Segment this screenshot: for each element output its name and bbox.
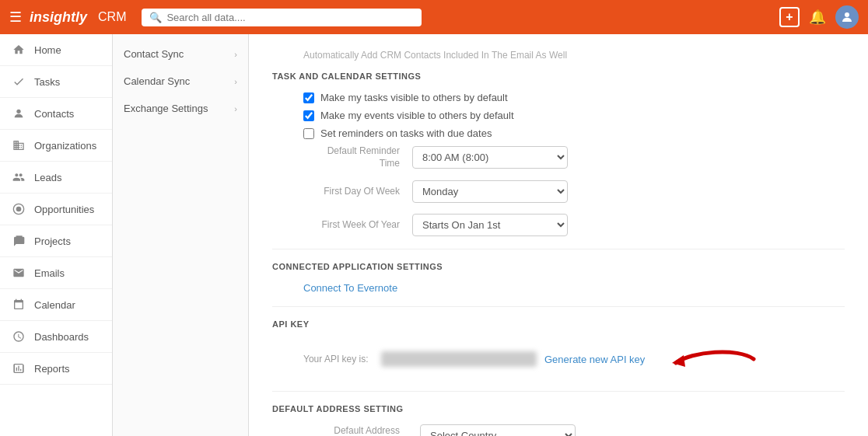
sidebar-item-home[interactable]: Home bbox=[0, 34, 112, 66]
reminder-time-row: Default ReminderTime 8:00 AM (8:00) 9:00… bbox=[303, 145, 845, 169]
checkbox-tasks-visible-label: Make my tasks visible to others by defau… bbox=[320, 92, 508, 103]
checkbox-row-3: Set reminders on tasks with due dates bbox=[303, 127, 845, 139]
sidebar-item-dashboards[interactable]: Dashboards bbox=[0, 321, 112, 353]
sidebar-item-contacts[interactable]: Contacts bbox=[0, 98, 112, 130]
add-button[interactable]: + bbox=[779, 7, 800, 27]
content-area: Automatically Add CRM Contacts Included … bbox=[249, 34, 868, 436]
tasks-icon bbox=[11, 74, 26, 89]
default-address-label: Default Address Country bbox=[303, 425, 412, 436]
sidebar-item-tasks[interactable]: Tasks bbox=[0, 66, 112, 98]
reminder-time-select[interactable]: 8:00 AM (8:00) 9:00 AM (9:00) bbox=[412, 146, 568, 169]
sidebar-item-reports[interactable]: Reports bbox=[0, 353, 112, 385]
api-key-row: Your API key is: Generate new API key bbox=[303, 340, 845, 378]
sidebar-label-organizations: Organizations bbox=[34, 140, 96, 152]
default-address-section-title: DEFAULT ADDRESS SETTING bbox=[272, 404, 845, 413]
sidebar-label-leads: Leads bbox=[34, 172, 61, 183]
sub-sidebar-contact-sync[interactable]: Contact Sync › bbox=[113, 40, 248, 68]
header: ☰ insightly CRM 🔍 + 🔔 bbox=[0, 0, 868, 34]
contacts-icon bbox=[11, 106, 26, 121]
svg-point-3 bbox=[16, 207, 22, 212]
sidebar-item-calendar[interactable]: Calendar bbox=[0, 289, 112, 321]
first-day-row: First Day Of Week Monday Sunday bbox=[303, 180, 845, 203]
sidebar-label-opportunities: Opportunities bbox=[34, 204, 94, 215]
connect-evernote-link[interactable]: Connect To Evernote bbox=[303, 282, 397, 294]
search-input[interactable] bbox=[166, 12, 414, 23]
chevron-right-icon: › bbox=[234, 77, 237, 86]
home-icon bbox=[11, 42, 26, 58]
sidebar-label-tasks: Tasks bbox=[34, 76, 60, 88]
default-address-select[interactable]: Select Country... United States United K… bbox=[420, 424, 576, 436]
api-key-section-title: API KEY bbox=[272, 319, 845, 329]
api-key-value bbox=[381, 351, 537, 367]
sub-sidebar-exchange-settings[interactable]: Exchange Settings › bbox=[113, 95, 248, 122]
checkbox-reminders[interactable] bbox=[303, 128, 314, 139]
checkbox-tasks-visible[interactable] bbox=[303, 92, 314, 103]
connected-app-section-title: CONNECTED APPLICATION SETTINGS bbox=[272, 262, 845, 271]
generate-api-key-link[interactable]: Generate new API key bbox=[544, 354, 645, 365]
sub-sidebar-calendar-sync[interactable]: Calendar Sync › bbox=[113, 68, 248, 95]
sub-sidebar: Contact Sync › Calendar Sync › Exchange … bbox=[113, 34, 249, 436]
sidebar-item-projects[interactable]: Projects bbox=[0, 225, 112, 257]
first-day-label: First Day Of Week bbox=[303, 186, 412, 198]
sidebar-label-projects: Projects bbox=[34, 235, 71, 247]
divider-3 bbox=[272, 391, 845, 392]
calendar-icon bbox=[11, 297, 26, 312]
connect-evernote-section: Connect To Evernote bbox=[303, 282, 845, 294]
first-day-select[interactable]: Monday Sunday bbox=[412, 180, 568, 203]
organizations-icon bbox=[11, 138, 26, 153]
checkbox-events-visible[interactable] bbox=[303, 110, 314, 121]
partial-top-text: Automatically Add CRM Contacts Included … bbox=[303, 50, 845, 61]
app-name: CRM bbox=[98, 10, 126, 24]
divider-1 bbox=[272, 249, 845, 249]
search-bar[interactable]: 🔍 bbox=[142, 9, 422, 26]
checkbox-reminders-label: Set reminders on tasks with due dates bbox=[320, 127, 492, 139]
sidebar: Home Tasks Contacts Organizations Leads bbox=[0, 34, 113, 436]
logo: insightly bbox=[30, 9, 87, 26]
header-actions: + 🔔 bbox=[779, 5, 859, 29]
sidebar-label-home: Home bbox=[34, 44, 61, 56]
sidebar-item-organizations[interactable]: Organizations bbox=[0, 130, 112, 162]
leads-icon bbox=[11, 169, 26, 185]
sidebar-label-dashboards: Dashboards bbox=[34, 331, 89, 343]
dashboards-icon bbox=[11, 329, 26, 344]
sidebar-item-leads[interactable]: Leads bbox=[0, 162, 112, 194]
chevron-right-icon: › bbox=[234, 50, 237, 59]
reminder-time-label: Default ReminderTime bbox=[303, 145, 412, 169]
first-week-row: First Week Of Year Starts On Jan 1st Fir… bbox=[303, 214, 845, 236]
main-container: Home Tasks Contacts Organizations Leads bbox=[0, 34, 868, 436]
plus-icon: + bbox=[786, 10, 793, 24]
task-calendar-section-title: TASK AND CALENDAR SETTINGS bbox=[272, 72, 845, 81]
avatar[interactable] bbox=[835, 5, 859, 29]
bell-icon[interactable]: 🔔 bbox=[809, 9, 826, 26]
sidebar-label-reports: Reports bbox=[34, 363, 70, 375]
divider-2 bbox=[272, 306, 845, 307]
api-key-label: Your API key is: bbox=[303, 354, 373, 364]
sub-sidebar-label-calendar-sync: Calendar Sync bbox=[124, 75, 190, 87]
projects-icon bbox=[11, 233, 26, 249]
sidebar-item-emails[interactable]: Emails bbox=[0, 257, 112, 289]
red-arrow-annotation bbox=[668, 340, 761, 378]
first-week-select[interactable]: Starts On Jan 1st First Full Week bbox=[412, 214, 568, 236]
sub-sidebar-label-contact-sync: Contact Sync bbox=[124, 48, 184, 60]
sidebar-item-opportunities[interactable]: Opportunities bbox=[0, 194, 112, 225]
menu-icon[interactable]: ☰ bbox=[9, 9, 22, 26]
red-arrow-svg bbox=[668, 340, 761, 378]
opportunities-icon bbox=[11, 201, 26, 217]
default-address-row: Default Address Country Select Country..… bbox=[303, 424, 845, 436]
sidebar-label-contacts: Contacts bbox=[34, 108, 74, 120]
first-week-label: First Week Of Year bbox=[303, 219, 412, 232]
sub-sidebar-label-exchange-settings: Exchange Settings bbox=[124, 103, 208, 114]
checkbox-row-1: Make my tasks visible to others by defau… bbox=[303, 92, 845, 103]
chevron-right-icon: › bbox=[234, 104, 237, 113]
checkbox-row-2: Make my events visible to others by defa… bbox=[303, 110, 845, 121]
svg-marker-4 bbox=[672, 355, 685, 367]
emails-icon bbox=[11, 265, 26, 281]
svg-point-1 bbox=[16, 110, 20, 113]
search-icon: 🔍 bbox=[149, 12, 162, 23]
checkbox-events-visible-label: Make my events visible to others by defa… bbox=[320, 110, 514, 121]
svg-point-0 bbox=[845, 12, 849, 17]
sidebar-label-emails: Emails bbox=[34, 267, 65, 279]
sidebar-label-calendar: Calendar bbox=[34, 299, 75, 311]
reports-icon bbox=[11, 361, 26, 376]
